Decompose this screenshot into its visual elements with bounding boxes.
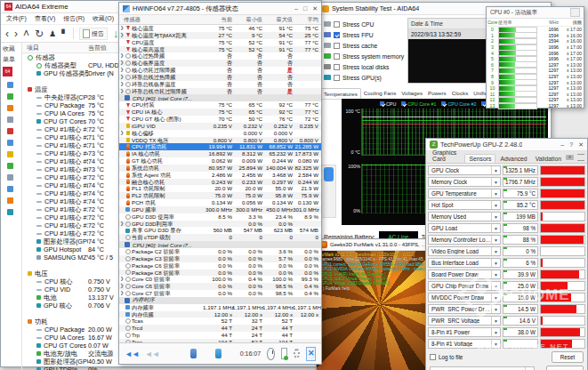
sensor-name-dropdown[interactable]: GPU Chip Power Draw▼ xyxy=(428,281,501,291)
close-button[interactable]: Close xyxy=(546,366,584,370)
gpuz-tab-sensors[interactable]: Sensors xyxy=(464,154,495,163)
camera-icon[interactable] xyxy=(566,155,574,160)
sensor-name-dropdown[interactable]: MVDDC Power Draw▼ xyxy=(428,293,501,302)
gpuz-close-icon[interactable]: ✕ xyxy=(578,141,584,148)
cpu-panel-titlebar[interactable]: CPU #0 - 活动频率 xyxy=(487,7,584,19)
hwinfo-sensor-row[interactable]: GPU 频率300.0 MHz300.0 MHz450.0 MHz301.0 M… xyxy=(119,206,321,213)
checkbox[interactable] xyxy=(334,21,340,28)
aida64-nav-sidebar[interactable]: 收藏 菜单 64 xyxy=(1,43,22,370)
hwinfo-sensor-row[interactable]: PCH 功耗0.134 W0.056 W0.134 W0.130 W xyxy=(119,199,321,206)
sidebar-tab-menu[interactable]: 菜单 xyxy=(1,54,21,65)
hwinfo-sensor-row[interactable]: ❯Core C0 驻留率100.0 %0.4 %100.0 %99.3 % xyxy=(119,276,321,283)
hwinfo-sensor-row[interactable]: CPU封装75 °C65 °C92 °C77 °C xyxy=(119,101,321,109)
legend-item[interactable]: CPU Core #2 xyxy=(441,101,476,107)
checkbox[interactable] xyxy=(334,53,340,60)
report-button[interactable]: 报告 xyxy=(79,28,108,40)
hwinfo-titlebar[interactable]: HWiNFO64 v7.27-4805 - 传感器状态 – □ ✕ xyxy=(119,3,321,15)
hwinfo-sensor-row[interactable]: 融合核心功耗0.243 W0.233 W0.297 W0.244 W xyxy=(119,179,321,186)
hwinfo-sensor-row[interactable]: ❯核心温度75 °C46 °C91 °C75 °C xyxy=(119,25,321,32)
sensor-name-dropdown[interactable]: 8-Pin #1 Voltage▼ xyxy=(428,339,501,349)
hwinfo-sensor-row[interactable]: 内存频率1,197.1 MHz1,197.1 MHz1,197.4 MHz1,1… xyxy=(119,304,321,311)
hwinfo-sensor-row[interactable]: 当前 cTDP 级别0000 xyxy=(119,234,321,241)
gpuz-help-icon[interactable]: ? xyxy=(569,141,573,148)
stress-option-stress-fpu[interactable]: Stress FPU xyxy=(324,30,374,39)
hwinfo-sensor-row[interactable]: CPU GT 核心 (图形)70 °C50 °C76 °C72 °C xyxy=(119,116,321,123)
menu-icon[interactable] xyxy=(577,154,584,161)
hwinfo-sensor-row[interactable]: 系统 Agent 功耗2.486 W2.456 W3.468 W2.584 W xyxy=(119,172,321,179)
back-icon[interactable]: ‹ xyxy=(5,28,9,40)
sensor-name-dropdown[interactable]: Board Power Draw▼ xyxy=(428,269,501,279)
stress-option-stress-cache[interactable]: Stress cache xyxy=(324,41,377,50)
aida64-tree-icon[interactable]: 64 xyxy=(3,67,12,76)
hwinfo-sensor-row[interactable]: CPU IA 核心75 °C65 °C92 °C77 °C xyxy=(119,109,321,116)
hwinfo-sensor-row[interactable]: Package C3 驻留率0.0 %0.0 %5.7 %0.0 % xyxy=(119,255,321,262)
gpuz-tab-validation[interactable]: Validation xyxy=(532,155,565,163)
tab-clocks[interactable]: Clocks xyxy=(449,88,471,99)
furmark-titlebar[interactable]: Geeks3D FurMark v1.31.0.0 - 43FPS, GPU1 … xyxy=(317,239,431,251)
menu-item-1[interactable]: 查看(V) xyxy=(35,14,55,23)
hwinfo-sensor-row[interactable]: PL1 功耗限制20.0 W20.0 W55.0 W21.9 W xyxy=(119,185,321,192)
hwinfo-sensor-row[interactable]: ❯核心过热降频否否否 xyxy=(119,52,321,60)
hwinfo-sensor-row[interactable]: Trp44 T24 T44 T xyxy=(119,332,321,339)
up-icon[interactable]: ˄ xyxy=(23,28,29,40)
hwinfo-sensor-row[interactable]: ❯核心温度与TjMAX距离27 °C9 °C54 °C25 °C xyxy=(119,32,321,39)
sensor-name-dropdown[interactable]: Memory Clock▼ xyxy=(428,177,501,187)
sensor-name-dropdown[interactable]: GPU Temperature▼ xyxy=(428,189,501,198)
sidebar-tree-icon[interactable] xyxy=(7,93,13,100)
gpuz-tab-graphics-card[interactable]: Graphics Card xyxy=(429,149,463,163)
legend-item[interactable]: CPU xyxy=(380,101,396,107)
hwinfo-sensor-row[interactable]: CPU温度75 °C52 °C91 °C77 °C xyxy=(119,39,321,46)
gpuz-tab-advanced[interactable]: Advanced xyxy=(496,155,530,163)
hwinfo-sensor-row[interactable]: 内存倍频12.00 x12.00 x12.00 x12.00 x xyxy=(119,311,321,318)
sensor-name-dropdown[interactable]: Hot Spot▼ xyxy=(428,200,501,210)
sidebar-tree-icon[interactable] xyxy=(7,163,13,169)
hwinfo-sensor-row[interactable]: ❯核心偏移0.000 V0.000 V xyxy=(119,130,321,137)
legend-item[interactable]: CPU Core #1 xyxy=(401,101,436,107)
tab-voltages[interactable]: Voltages xyxy=(399,88,425,99)
hwinfo-sensor-row[interactable]: 核心最高温度75 °C52 °C91 °C77 °C xyxy=(119,46,321,53)
hwinfo-sensor-row[interactable]: ❯环形总线过热降频否否否 xyxy=(119,74,321,81)
user-icon[interactable]: ♟ xyxy=(49,28,56,40)
menu-item-3[interactable]: 收藏(O) xyxy=(93,14,114,23)
layers-icon[interactable] xyxy=(215,349,222,358)
sidebar-tree-icon[interactable] xyxy=(7,128,13,134)
sidebar-tree-icon[interactable] xyxy=(7,140,13,146)
monitor-icon[interactable] xyxy=(190,349,197,358)
hwinfo-column-header[interactable]: 传感器 当前 最小值 最大值 平均 xyxy=(119,15,321,25)
reset-button[interactable]: Reset xyxy=(552,351,584,363)
sidebar-tree-icon[interactable] xyxy=(7,174,13,181)
log-to-file-checkbox[interactable] xyxy=(430,354,436,360)
legend-checkbox[interactable] xyxy=(441,101,446,106)
hwinfo-sensor-row[interactable]: Package C6 驻留率0.0 %0.0 %0.0 %0.0 % xyxy=(119,262,321,269)
sidebar-tree-icon[interactable] xyxy=(7,105,13,111)
expand-all-icon[interactable]: ◄◄ xyxy=(145,350,159,358)
close-icon[interactable]: ✕ xyxy=(312,5,318,12)
checkbox[interactable] xyxy=(334,75,340,81)
hwinfo-sensor-row[interactable]: Package C8 驻留率0.0 %0.0 %0.0 %0.0 % xyxy=(119,269,321,277)
sensor-name-dropdown[interactable]: Memory Controller Load▼ xyxy=(428,235,501,245)
sensor-name-dropdown[interactable]: 8-Pin #1 Power▼ xyxy=(428,327,501,337)
aida-sensor-row[interactable]: GPU TDP%0% xyxy=(22,366,321,370)
log-file-icon[interactable] xyxy=(281,348,287,359)
hwinfo-sensor-row[interactable]: ❯核心临界温度否否否 xyxy=(119,60,321,67)
hwinfo-sensor-row[interactable]: iGPU VID0.235 V0.232 V0.252 V0.235 V xyxy=(119,123,321,130)
hwinfo-sensor-row[interactable]: Trcd44 T24 T44 T xyxy=(119,325,321,332)
gpuz-minimize-icon[interactable]: – xyxy=(560,141,564,148)
stress-option-stress-gpu-s-[interactable]: Stress GPU(s) xyxy=(324,73,382,82)
gpu-select-dropdown[interactable]: NVIDIA GeForce MX550 ▼ xyxy=(430,366,535,370)
sensor-name-dropdown[interactable]: PWR_SRC Voltage▼ xyxy=(428,316,501,326)
hwinfo-sensor-row[interactable]: PL2 功耗限制75.0 W75.0 W95.8 W75.9 W xyxy=(119,192,321,199)
sidebar-tree-icon[interactable] xyxy=(7,197,13,204)
stress-option-stress-system-memory[interactable]: Stress system memory xyxy=(324,52,404,60)
sidebar-tree-icon[interactable] xyxy=(7,82,13,88)
refresh-icon[interactable]: ↻ xyxy=(35,28,44,40)
forward-icon[interactable]: › xyxy=(14,28,18,40)
legend-checkbox[interactable] xyxy=(380,101,384,106)
hwinfo-sensor-row[interactable]: IA 核心功耗16.892 W8.312 W65.232 W17.873 W xyxy=(119,150,321,157)
hwinfo-sensor-row[interactable]: GPU D3D 使用率8.5 %3.3 %23.4 %8.9 % xyxy=(119,213,321,221)
hwinfo-sensor-row[interactable]: VDDQ TX 电压0.800 V0.800 V0.800 V0.800 V xyxy=(119,137,321,144)
stress-option-stress-cpu[interactable]: Stress CPU xyxy=(324,20,375,28)
sensor-name-dropdown[interactable]: GPU Clock▼ xyxy=(428,165,501,175)
hwinfo-sensor-row[interactable]: Package C2 驻留率0.0 %0.0 %3.6 %0.0 % xyxy=(119,248,321,255)
hwinfo-sensor-row[interactable]: ❯Core C6 驻留率0.0 %0.0 %98.5 %0.4 % xyxy=(119,283,321,290)
